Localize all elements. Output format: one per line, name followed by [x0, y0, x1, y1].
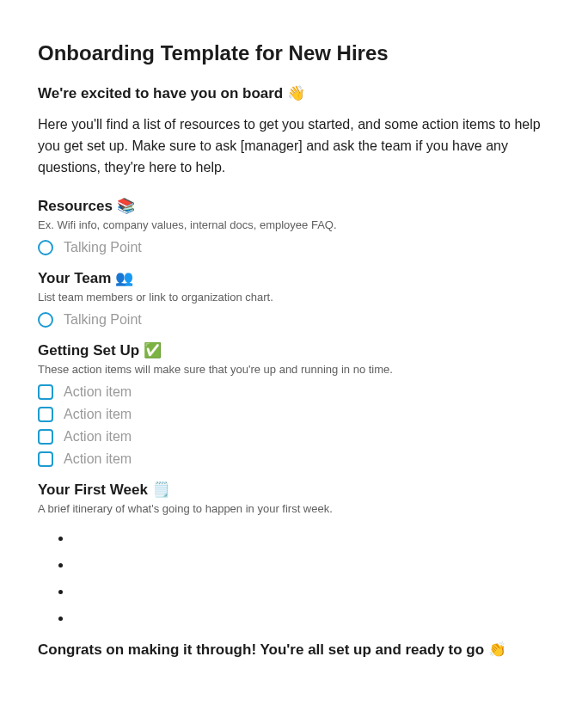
checkbox-icon[interactable]	[38, 384, 53, 400]
action-item[interactable]: Action item	[38, 407, 550, 422]
list-item[interactable]	[72, 610, 550, 625]
firstweek-subtext: A brief itinerary of what's going to hap…	[38, 502, 550, 515]
checkbox-icon[interactable]	[38, 407, 53, 422]
list-item[interactable]	[72, 531, 550, 545]
resources-section: Resources 📚 Ex. Wifi info, company value…	[38, 197, 550, 255]
team-talking-point[interactable]: Talking Point	[38, 312, 550, 328]
intro-paragraph: Here you'll find a list of resources to …	[38, 114, 550, 178]
team-heading: Your Team 👥	[38, 269, 550, 287]
list-item[interactable]	[72, 584, 550, 598]
action-item[interactable]: Action item	[38, 384, 550, 400]
resources-subtext: Ex. Wifi info, company values, internal …	[38, 218, 550, 231]
firstweek-section: Your First Week 🗒️ A brief itinerary of …	[38, 481, 550, 625]
action-items-list: Action item Action item Action item Acti…	[38, 384, 550, 467]
action-item[interactable]: Action item	[38, 451, 550, 467]
setup-subtext: These action items will make sure that y…	[38, 363, 550, 376]
action-item[interactable]: Action item	[38, 429, 550, 445]
resources-talking-point[interactable]: Talking Point	[38, 240, 550, 255]
resources-heading: Resources 📚	[38, 197, 550, 215]
action-item-label: Action item	[64, 451, 132, 467]
checkbox-icon[interactable]	[38, 451, 53, 467]
list-item[interactable]	[72, 557, 550, 572]
talking-point-label: Talking Point	[64, 240, 142, 255]
talking-point-label: Talking Point	[64, 312, 142, 328]
team-subtext: List team members or link to organizatio…	[38, 291, 550, 304]
action-item-label: Action item	[64, 384, 132, 400]
setup-section: Getting Set Up ✅ These action items will…	[38, 341, 550, 467]
congrats-heading: Congrats on making it through! You're al…	[38, 641, 550, 659]
circle-icon	[38, 240, 53, 255]
firstweek-list	[38, 531, 550, 625]
action-item-label: Action item	[64, 429, 132, 445]
checkbox-icon[interactable]	[38, 429, 53, 445]
firstweek-heading: Your First Week 🗒️	[38, 481, 550, 499]
welcome-heading: We're excited to have you on board 👋	[38, 84, 550, 102]
team-section: Your Team 👥 List team members or link to…	[38, 269, 550, 328]
setup-heading: Getting Set Up ✅	[38, 341, 550, 359]
action-item-label: Action item	[64, 407, 132, 422]
page-title: Onboarding Template for New Hires	[38, 41, 550, 65]
circle-icon	[38, 312, 53, 328]
